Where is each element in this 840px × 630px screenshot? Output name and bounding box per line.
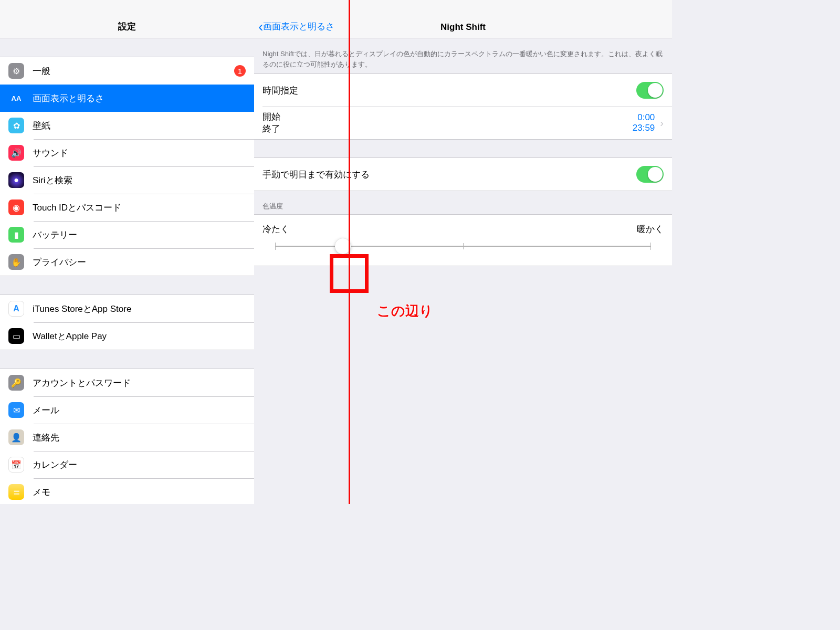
sidebar-item-label: 壁紙 <box>33 120 50 132</box>
sidebar-item-label: メール <box>33 404 59 416</box>
manual-label: 手動で明日まで有効にする <box>262 169 370 181</box>
annotation-text: この辺り <box>377 302 433 320</box>
sidebar-item-label: カレンダー <box>33 459 77 471</box>
mail-icon: ✉ <box>8 402 24 418</box>
wallpaper-icon: ✿ <box>8 118 24 133</box>
sidebar-item-general[interactable]: ⚙一般1 <box>0 57 254 85</box>
scheduled-label: 時間指定 <box>262 85 298 97</box>
end-label: 終了 <box>262 123 280 135</box>
sidebar-item-touchid[interactable]: ◉Touch IDとパスコード <box>0 194 254 221</box>
scheduled-cell[interactable]: 時間指定 <box>254 74 672 107</box>
back-button[interactable]: ‹ 画面表示と明るさ <box>258 20 334 33</box>
sidebar-item-wallpaper[interactable]: ✿壁紙 <box>0 112 254 139</box>
sidebar-item-label: WalletとApple Pay <box>33 330 107 342</box>
temperature-group: 冷たく 暖かく <box>254 214 672 266</box>
sidebar-item-label: アカウントとパスワード <box>33 377 131 389</box>
sidebar-item-calendar[interactable]: 📅カレンダー <box>0 451 254 478</box>
battery-icon: ▮ <box>8 227 24 243</box>
siri-icon: ● <box>8 172 24 188</box>
sidebar-item-battery[interactable]: ▮バッテリー <box>0 221 254 248</box>
chevron-left-icon: ‹ <box>258 22 263 31</box>
sidebar-item-label: メモ <box>33 486 50 498</box>
touchid-icon: ◉ <box>8 200 24 215</box>
sidebar-item-label: Siriと検索 <box>33 174 72 186</box>
warm-label: 暖かく <box>637 223 664 235</box>
sidebar-navbar: 設定 <box>0 0 254 38</box>
sidebar-item-sound[interactable]: 🔊サウンド <box>0 139 254 166</box>
sidebar-item-label: プライバシー <box>33 256 86 268</box>
manual-group: 手動で明日まで有効にする <box>254 158 672 191</box>
sidebar-item-label: iTunes StoreとApp Store <box>33 303 131 315</box>
manual-cell[interactable]: 手動で明日まで有効にする <box>254 158 672 191</box>
temperature-slider-cell: 冷たく 暖かく <box>254 215 672 266</box>
detail-title: Night Shift <box>440 22 486 33</box>
annotation-highlight-box <box>330 254 369 293</box>
settings-sidebar: 設定 ⚙一般1AA画面表示と明るさ✿壁紙🔊サウンド●Siriと検索◉Touch … <box>0 0 255 504</box>
calendar-icon: 📅 <box>8 457 24 472</box>
sidebar-item-label: 連絡先 <box>33 432 59 444</box>
manual-toggle[interactable] <box>636 166 664 183</box>
temperature-slider[interactable] <box>275 246 651 247</box>
itunes-icon: A <box>8 301 24 317</box>
sidebar-item-label: バッテリー <box>33 229 77 241</box>
badge: 1 <box>234 65 246 77</box>
temperature-header: 色温度 <box>254 191 672 214</box>
accounts-icon: 🔑 <box>8 375 24 391</box>
sidebar-item-notes[interactable]: ≣メモ <box>0 478 254 504</box>
sidebar-title: 設定 <box>118 20 136 33</box>
start-label: 開始 <box>262 111 280 123</box>
wallet-icon: ▭ <box>8 328 24 344</box>
sidebar-item-display[interactable]: AA画面表示と明るさ <box>0 85 254 112</box>
night-shift-description: Night Shiftでは、日が暮れるとディスプレイの色が自動的にカラースペクト… <box>254 38 672 74</box>
sidebar-item-label: Touch IDとパスコード <box>33 202 121 214</box>
annotation-vertical-line <box>349 0 350 504</box>
chevron-right-icon: › <box>660 117 664 129</box>
scheduled-toggle[interactable] <box>636 82 664 99</box>
end-value: 23:59 <box>633 123 655 133</box>
start-value: 0:00 <box>633 112 655 123</box>
back-label: 画面表示と明るさ <box>263 20 334 33</box>
contacts-icon: 👤 <box>8 429 24 445</box>
cold-label: 冷たく <box>262 223 289 235</box>
display-icon: AA <box>8 90 24 106</box>
detail-navbar: ‹ 画面表示と明るさ Night Shift <box>254 0 672 38</box>
sidebar-item-mail[interactable]: ✉メール <box>0 396 254 424</box>
sidebar-item-accounts[interactable]: 🔑アカウントとパスワード <box>0 369 254 396</box>
general-icon: ⚙ <box>8 63 24 79</box>
privacy-icon: ✋ <box>8 254 24 270</box>
schedule-time-cell[interactable]: 開始 終了 0:00 23:59 › <box>254 107 672 139</box>
sidebar-item-privacy[interactable]: ✋プライバシー <box>0 248 254 276</box>
sidebar-item-wallet[interactable]: ▭WalletとApple Pay <box>0 322 254 350</box>
sound-icon: 🔊 <box>8 145 24 161</box>
schedule-group: 時間指定 開始 終了 0:00 23:59 › <box>254 74 672 140</box>
notes-icon: ≣ <box>8 484 24 500</box>
sidebar-item-siri[interactable]: ●Siriと検索 <box>0 166 254 194</box>
sidebar-item-label: 画面表示と明るさ <box>33 92 104 104</box>
sidebar-item-label: サウンド <box>33 147 68 159</box>
detail-pane: ‹ 画面表示と明るさ Night Shift Night Shiftでは、日が暮… <box>254 0 672 504</box>
sidebar-item-itunes[interactable]: AiTunes StoreとApp Store <box>0 295 254 322</box>
sidebar-item-label: 一般 <box>33 65 50 77</box>
sidebar-item-contacts[interactable]: 👤連絡先 <box>0 424 254 451</box>
